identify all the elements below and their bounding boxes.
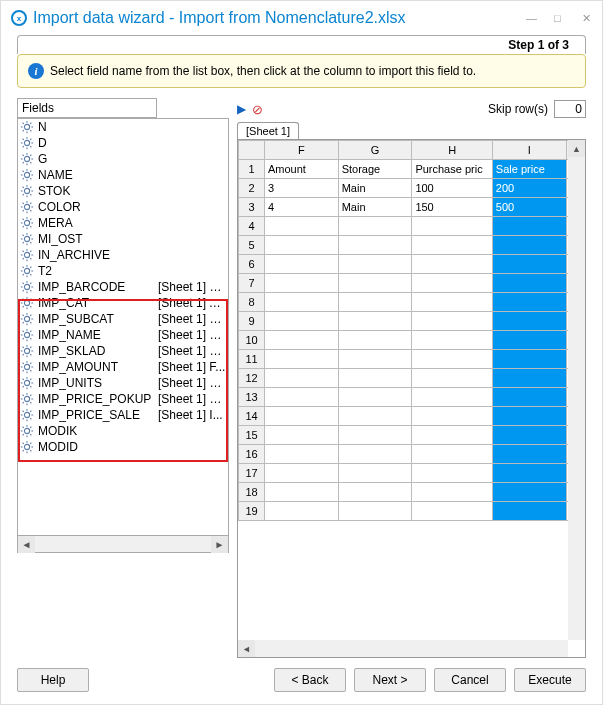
row-number[interactable]: 14 <box>239 407 265 426</box>
field-item[interactable]: IMP_SKLAD[Sheet 1] G... <box>18 343 228 359</box>
field-item[interactable]: G <box>18 151 228 167</box>
cancel-button[interactable]: Cancel <box>434 668 506 692</box>
grid-cell[interactable] <box>265 369 339 388</box>
row-number[interactable]: 10 <box>239 331 265 350</box>
grid-cell[interactable]: Sale price <box>492 160 566 179</box>
grid-cell[interactable] <box>338 445 412 464</box>
skip-input[interactable] <box>554 100 586 118</box>
field-item[interactable]: D <box>18 135 228 151</box>
grid-cell[interactable] <box>492 483 566 502</box>
scroll-up-icon[interactable]: ▲ <box>568 140 585 157</box>
grid-cell[interactable] <box>412 331 492 350</box>
row-number[interactable]: 15 <box>239 426 265 445</box>
help-button[interactable]: Help <box>17 668 89 692</box>
row-number[interactable]: 3 <box>239 198 265 217</box>
column-header[interactable]: G <box>338 141 412 160</box>
field-item[interactable]: IN_ARCHIVE <box>18 247 228 263</box>
grid-cell[interactable]: 500 <box>492 198 566 217</box>
row-number[interactable]: 16 <box>239 445 265 464</box>
field-item[interactable]: T2 <box>18 263 228 279</box>
field-item[interactable]: STOK <box>18 183 228 199</box>
grid-cell[interactable] <box>492 502 566 521</box>
grid-cell[interactable] <box>492 426 566 445</box>
grid-cell[interactable] <box>338 236 412 255</box>
grid-cell[interactable] <box>265 236 339 255</box>
row-number[interactable]: 19 <box>239 502 265 521</box>
grid-cell[interactable]: Main <box>338 198 412 217</box>
grid-cell[interactable] <box>338 255 412 274</box>
column-header[interactable]: I <box>492 141 566 160</box>
grid-cell[interactable] <box>265 464 339 483</box>
minimize-button[interactable]: — <box>526 13 536 23</box>
grid-cell[interactable] <box>492 464 566 483</box>
grid-cell[interactable] <box>265 350 339 369</box>
grid-cell[interactable] <box>338 331 412 350</box>
field-item[interactable]: N <box>18 119 228 135</box>
scroll-left-icon[interactable]: ◄ <box>18 536 35 553</box>
row-number[interactable]: 2 <box>239 179 265 198</box>
grid-cell[interactable] <box>265 312 339 331</box>
grid-cell[interactable]: 150 <box>412 198 492 217</box>
grid-cell[interactable] <box>412 274 492 293</box>
back-button[interactable]: < Back <box>274 668 346 692</box>
grid-cell[interactable] <box>492 350 566 369</box>
grid-cell[interactable] <box>412 350 492 369</box>
grid-cell[interactable] <box>265 426 339 445</box>
grid-cell[interactable] <box>412 407 492 426</box>
grid-cell[interactable] <box>412 312 492 331</box>
grid-cell[interactable] <box>492 236 566 255</box>
grid-cell[interactable]: Amount <box>265 160 339 179</box>
grid-cell[interactable] <box>492 369 566 388</box>
grid-cell[interactable] <box>412 388 492 407</box>
row-number[interactable]: 6 <box>239 255 265 274</box>
grid-cell[interactable] <box>338 407 412 426</box>
field-item[interactable]: MI_OST <box>18 231 228 247</box>
field-item[interactable]: IMP_UNITS[Sheet 1] D... <box>18 375 228 391</box>
field-item[interactable]: IMP_BARCODE[Sheet 1] E... <box>18 279 228 295</box>
grid-cell[interactable] <box>492 312 566 331</box>
close-button[interactable]: ✕ <box>582 13 592 23</box>
field-item[interactable]: NAME <box>18 167 228 183</box>
grid-hscroll[interactable]: ◄ <box>238 640 568 657</box>
grid-cell[interactable]: Storage <box>338 160 412 179</box>
grid-cell[interactable]: 200 <box>492 179 566 198</box>
grid-cell[interactable] <box>338 426 412 445</box>
field-item[interactable]: MERA <box>18 215 228 231</box>
grid-cell[interactable] <box>412 293 492 312</box>
grid-cell[interactable] <box>338 388 412 407</box>
grid-cell[interactable] <box>412 255 492 274</box>
execute-button[interactable]: Execute <box>514 668 586 692</box>
play-icon[interactable]: ▶ <box>237 102 246 116</box>
scroll-left-icon[interactable]: ◄ <box>238 640 255 657</box>
grid-cell[interactable] <box>338 502 412 521</box>
grid-cell[interactable] <box>492 331 566 350</box>
row-number[interactable]: 11 <box>239 350 265 369</box>
grid-cell[interactable] <box>492 274 566 293</box>
row-number[interactable]: 7 <box>239 274 265 293</box>
field-item[interactable]: MODID <box>18 439 228 455</box>
grid-cell[interactable] <box>412 217 492 236</box>
grid-cell[interactable] <box>412 236 492 255</box>
spreadsheet-grid[interactable]: FGHI1AmountStoragePurchase pricSale pric… <box>237 139 586 658</box>
grid-cell[interactable] <box>412 426 492 445</box>
field-item[interactable]: MODIK <box>18 423 228 439</box>
grid-cell[interactable] <box>338 483 412 502</box>
grid-cell[interactable] <box>338 312 412 331</box>
field-item[interactable]: IMP_AMOUNT[Sheet 1] F... <box>18 359 228 375</box>
row-number[interactable]: 8 <box>239 293 265 312</box>
row-number[interactable]: 9 <box>239 312 265 331</box>
grid-cell[interactable] <box>338 350 412 369</box>
grid-cell[interactable] <box>492 388 566 407</box>
grid-cell[interactable] <box>492 407 566 426</box>
grid-cell[interactable] <box>265 388 339 407</box>
next-button[interactable]: Next > <box>354 668 426 692</box>
grid-cell[interactable] <box>265 217 339 236</box>
grid-cell[interactable] <box>265 483 339 502</box>
field-item[interactable]: IMP_SUBCAT[Sheet 1] B... <box>18 311 228 327</box>
row-number[interactable]: 4 <box>239 217 265 236</box>
grid-cell[interactable]: Purchase pric <box>412 160 492 179</box>
column-header[interactable]: F <box>265 141 339 160</box>
grid-cell[interactable] <box>492 255 566 274</box>
grid-cell[interactable] <box>265 293 339 312</box>
row-number[interactable]: 12 <box>239 369 265 388</box>
